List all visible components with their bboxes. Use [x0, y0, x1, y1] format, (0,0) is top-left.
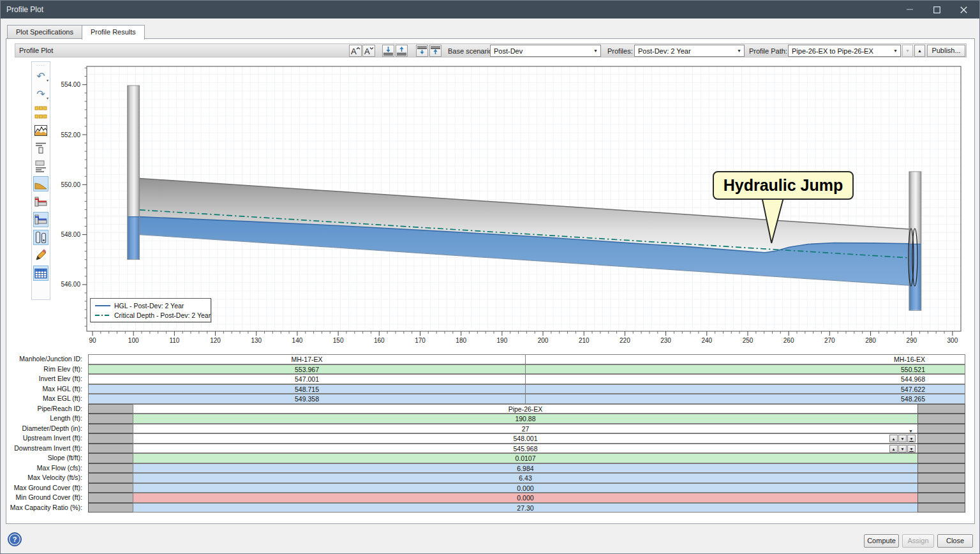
cell-max-ground-cover: 0.000: [133, 483, 918, 493]
chevron-down-icon: ▼: [893, 49, 898, 53]
cell-downstream-manhole-id: MH-16-EX: [525, 354, 965, 364]
assign-button[interactable]: Assign: [902, 534, 934, 548]
svg-text:270: 270: [824, 337, 835, 344]
move-profile-up-button[interactable]: [429, 45, 442, 57]
shift-label-down-button[interactable]: [382, 45, 394, 57]
profile-chart[interactable]: 9010011012013014015016017018019020021022…: [56, 61, 967, 348]
font-decrease-button[interactable]: A: [362, 45, 375, 57]
row-label: Max Velocity (ft/s):: [6, 473, 85, 483]
triangle-up-icon: ▲: [917, 49, 922, 53]
move-profile-down-button[interactable]: [416, 45, 428, 57]
cell-invert-elev-us: 547.001: [88, 374, 526, 384]
row-label: Invert Elev (ft):: [6, 374, 85, 384]
profile-path-select[interactable]: Pipe-26-EX to Pipe-26-EX ▼: [788, 45, 901, 57]
cell-diameter[interactable]: 27▼: [133, 424, 918, 434]
row-label: Max Flow (cfs):: [6, 463, 85, 474]
spin-up-button[interactable]: ▲: [889, 435, 898, 442]
close-button[interactable]: [950, 1, 977, 19]
redo-button[interactable]: ↷▾: [33, 87, 48, 102]
publish-button[interactable]: Publish...: [927, 45, 965, 57]
svg-text:290: 290: [906, 337, 917, 344]
table-row: Max EGL (ft): 549.358 548.265: [6, 394, 976, 404]
downstream-invert-value: 545.968: [514, 445, 538, 453]
tab-strip: Plot Specifications Profile Results: [7, 25, 144, 40]
egl-display-button[interactable]: [33, 194, 48, 209]
legend-label: HGL - Post-Dev: 2 Year: [114, 302, 184, 310]
maximize-button[interactable]: [923, 1, 950, 19]
profile-path-label: Profile Path:: [749, 47, 787, 55]
svg-text:280: 280: [865, 337, 876, 344]
table-row: Manhole/Junction ID: MH-17-EX MH-16-EX: [6, 354, 976, 364]
spacer-cell: [88, 493, 133, 503]
cell-downstream-invert[interactable]: 545.968 ▲▼▼: [133, 444, 918, 454]
font-decrease-icon: A: [364, 46, 374, 56]
spin-up-button[interactable]: ▲: [889, 445, 898, 453]
svg-text:230: 230: [660, 337, 671, 344]
svg-text:170: 170: [415, 337, 426, 344]
triangle-down-icon: ▼: [905, 49, 910, 53]
row-label: Max Capacity Ratio (%):: [6, 503, 85, 513]
spin-down-button[interactable]: ▼: [898, 435, 907, 442]
arrow-down-to-lines-icon: [383, 46, 394, 56]
minimize-button[interactable]: [896, 1, 923, 19]
spacer-cell: [88, 433, 133, 444]
profile-path-previous-button[interactable]: ▼: [902, 45, 913, 57]
tab-plot-specifications[interactable]: Plot Specifications: [7, 25, 82, 39]
svg-text:190: 190: [497, 337, 508, 344]
font-increase-button[interactable]: A: [349, 45, 362, 57]
undo-button[interactable]: ↶▾: [33, 69, 48, 84]
spin-to-min-button[interactable]: ▼: [907, 435, 916, 442]
ground-surface-button[interactable]: [33, 176, 48, 191]
compute-button[interactable]: Compute: [864, 534, 899, 548]
lines-arrow-up-icon: [430, 46, 441, 56]
svg-text:550.00: 550.00: [61, 181, 80, 188]
profile-path-next-button[interactable]: ▲: [914, 45, 925, 57]
edit-button[interactable]: [33, 248, 48, 263]
labels-button[interactable]: [33, 158, 48, 174]
shift-label-up-button[interactable]: [396, 45, 408, 57]
row-label: Upstream Invert (ft):: [6, 433, 85, 444]
toolbar-grip[interactable]: ....: [32, 62, 50, 68]
cell-slope: 0.0107: [133, 453, 918, 463]
annotation-button[interactable]: [33, 140, 48, 156]
zoom-extents-button[interactable]: [33, 105, 48, 120]
svg-text:130: 130: [251, 337, 262, 344]
help-button[interactable]: ?: [7, 532, 22, 550]
svg-text:A: A: [351, 47, 357, 56]
tab-profile-results[interactable]: Profile Results: [82, 25, 145, 40]
spacer-cell: [917, 503, 965, 513]
chevron-down-icon[interactable]: ▼: [909, 427, 913, 434]
spin-down-button[interactable]: ▼: [898, 445, 907, 453]
redo-icon: ↷: [36, 89, 45, 100]
row-label: Downstream Invert (ft):: [6, 444, 85, 454]
dashdot-line-swatch: [94, 313, 111, 317]
close-icon: [960, 6, 967, 13]
chart-image-icon: [34, 125, 47, 136]
spacer-cell: [88, 483, 133, 493]
cell-min-ground-cover: 0.000: [133, 493, 918, 503]
svg-text:220: 220: [620, 337, 630, 344]
plot-image-button[interactable]: [33, 123, 48, 138]
hgl-display-button[interactable]: [33, 212, 48, 227]
table-row: Diameter/Depth (in): 27▼: [6, 424, 976, 434]
spacer-cell: [917, 493, 965, 503]
row-label: Rim Elev (ft):: [6, 364, 85, 375]
table-display-button[interactable]: [33, 266, 48, 281]
manholes-display-button[interactable]: [33, 230, 48, 245]
base-scenario-select[interactable]: Post-Dev ▼: [490, 45, 601, 57]
row-label: Diameter/Depth (in):: [6, 424, 85, 434]
panel-header: Profile Plot A A Base scenario: Post-Dev…: [15, 43, 967, 57]
cell-upstream-invert[interactable]: 548.001 ▲▼▼: [133, 433, 918, 444]
svg-text:180: 180: [456, 337, 466, 344]
arrow-up-from-lines-icon: [396, 46, 407, 56]
solid-line-swatch: [94, 304, 111, 308]
profiles-select[interactable]: Post-Dev: 2 Year ▼: [634, 45, 745, 57]
spin-to-min-button[interactable]: ▼: [907, 445, 916, 453]
close-dialog-button[interactable]: Close: [937, 534, 973, 548]
cell-max-hgl-us: 548.715: [88, 384, 526, 394]
results-table: Manhole/Junction ID: MH-17-EX MH-16-EX R…: [6, 354, 976, 513]
undo-icon: ↶: [36, 71, 45, 82]
svg-text:554.00: 554.00: [61, 81, 80, 88]
chart-legend: HGL - Post-Dev: 2 Year Critical Depth - …: [90, 298, 211, 322]
svg-text:110: 110: [169, 337, 179, 344]
